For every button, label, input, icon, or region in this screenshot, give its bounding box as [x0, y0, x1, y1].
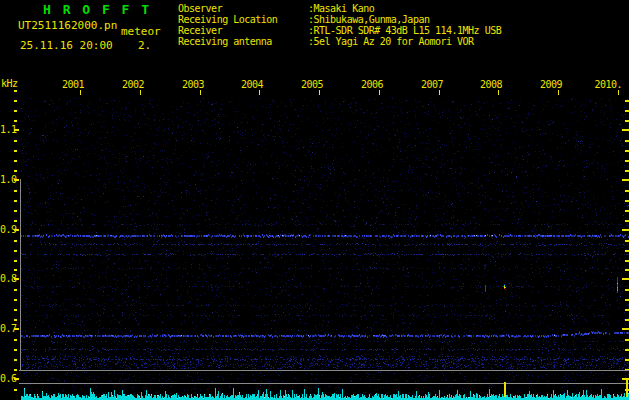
freq-minor-tick [14, 140, 17, 142]
info-value-observer: :Masaki Kano [308, 3, 374, 14]
freq-minor-tick-right [625, 190, 629, 192]
time-tick-label: 2005 [285, 80, 323, 90]
time-tick-mark [80, 90, 81, 95]
freq-minor-tick [14, 359, 17, 361]
spectrogram-canvas [21, 98, 629, 400]
echo-marker-1 [504, 382, 506, 397]
time-tick-mark [200, 90, 201, 95]
freq-minor-tick [14, 210, 17, 212]
freq-minor-tick [14, 200, 17, 202]
freq-tick-mark [14, 328, 19, 330]
freq-minor-tick [14, 269, 17, 271]
freq-minor-tick-right [625, 260, 629, 262]
freq-minor-tick [14, 349, 17, 351]
freq-minor-tick-right [625, 349, 629, 351]
time-tick-mark [379, 90, 380, 95]
freq-minor-tick [14, 299, 17, 301]
freq-unit-label: kHz [1, 79, 18, 89]
freq-minor-tick-right [625, 319, 629, 321]
spectrogram-baseline [19, 370, 629, 371]
freq-tick-mark [14, 229, 19, 231]
freq-tick-mark [14, 179, 19, 181]
time-tick-label: 2006 [345, 80, 383, 90]
hrofft-title: H R O F F T [43, 2, 151, 17]
freq-tick-mark-right [622, 278, 629, 280]
info-value-antenna: :5el Yagi Az 20 for Aomori VOR [308, 36, 474, 47]
freq-minor-tick-right [625, 170, 629, 172]
freq-minor-tick-right [625, 160, 629, 162]
freq-minor-tick [14, 160, 17, 162]
datetime-label: 25.11.16 20:00 [20, 40, 113, 51]
freq-minor-tick-right [625, 250, 629, 252]
info-label-antenna: Receiving antenna [178, 36, 272, 47]
freq-minor-tick [14, 170, 17, 172]
freq-tick-mark [14, 129, 19, 131]
time-tick-label: 2002 [106, 80, 144, 90]
freq-minor-tick-right [625, 220, 629, 222]
freq-minor-tick-right [625, 150, 629, 152]
axis-line-left [20, 179, 21, 370]
time-tick-mark [498, 90, 499, 95]
freq-minor-tick [14, 240, 17, 242]
freq-minor-tick-right [625, 309, 629, 311]
freq-tick-mark [14, 278, 19, 280]
freq-minor-tick-right [625, 269, 629, 271]
time-tick-label: 2009 [524, 80, 562, 90]
freq-minor-tick-right [625, 359, 629, 361]
echo-marker-2 [626, 379, 628, 397]
info-value-location: :Shibukawa,Gunma,Japan [308, 14, 429, 25]
freq-minor-tick-right [625, 110, 629, 112]
freq-minor-tick-right [625, 210, 629, 212]
freq-minor-tick [14, 289, 17, 291]
info-value-receiver: :RTL-SDR SDR# 43dB L15 114.1MHz USB [308, 25, 501, 36]
level-band-baseline [19, 383, 629, 384]
freq-minor-tick [14, 150, 17, 152]
freq-minor-tick [14, 100, 17, 102]
time-tick-mark [319, 90, 320, 95]
freq-minor-tick [14, 260, 17, 262]
time-tick-mark [618, 90, 619, 95]
freq-minor-tick [14, 309, 17, 311]
freq-minor-tick-right [625, 140, 629, 142]
freq-minor-tick [14, 190, 17, 192]
freq-minor-tick-right [625, 120, 629, 122]
info-label-location: Receiving Location [178, 14, 277, 25]
time-tick-mark [558, 90, 559, 95]
freq-minor-tick [14, 110, 17, 112]
freq-minor-tick-right [625, 339, 629, 341]
freq-tick-mark-right [622, 328, 629, 330]
time-tick-label: 2008 [464, 80, 502, 90]
counter-label: 2. [138, 40, 151, 51]
time-tick-label: 2003 [166, 80, 204, 90]
freq-tick-mark-right [622, 179, 629, 181]
time-tick-label: 2001 [46, 80, 84, 90]
freq-minor-tick [14, 389, 17, 391]
time-tick-mark [140, 90, 141, 95]
freq-minor-tick [14, 250, 17, 252]
time-tick-mark [259, 90, 260, 95]
freq-minor-tick-right [625, 100, 629, 102]
freq-minor-tick-right [625, 289, 629, 291]
hrofft-window: H R O F F T UT2511162000.pn meteor 25.11… [0, 0, 629, 400]
freq-minor-tick [14, 369, 17, 371]
freq-minor-tick [14, 120, 17, 122]
freq-minor-tick [14, 220, 17, 222]
freq-minor-tick [14, 339, 17, 341]
run-label: meteor [121, 26, 161, 37]
freq-tick-mark-right [622, 229, 629, 231]
time-tick-mark [439, 90, 440, 95]
info-label-receiver: Receiver [178, 25, 222, 36]
freq-tick-mark [14, 378, 19, 380]
freq-minor-tick [14, 90, 17, 92]
freq-minor-tick-right [625, 240, 629, 242]
filename-label: UT2511162000.pn [18, 20, 117, 31]
freq-minor-tick-right [625, 299, 629, 301]
time-tick-label: 2007 [405, 80, 443, 90]
time-tick-label: 2010. [584, 80, 622, 90]
freq-minor-tick [14, 319, 17, 321]
freq-tick-mark-right [622, 129, 629, 131]
freq-minor-tick-right [625, 200, 629, 202]
time-tick-label: 2004 [225, 80, 263, 90]
info-label-observer: Observer [178, 3, 222, 14]
